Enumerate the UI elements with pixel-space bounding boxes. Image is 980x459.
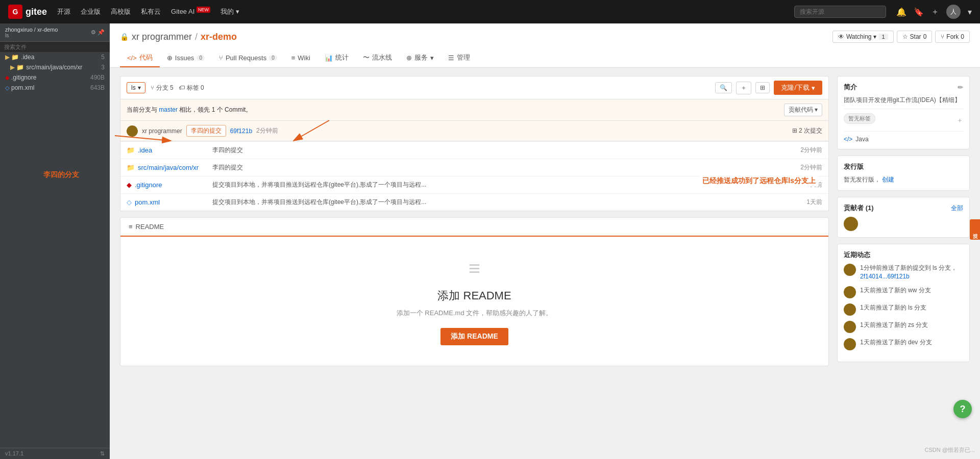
gitignore-icon: ◆: [5, 74, 9, 81]
add-tag-icon[interactable]: ＋: [957, 116, 963, 125]
plus-icon[interactable]: ＋: [931, 7, 939, 17]
file-time-gitignore: 1天前: [792, 181, 822, 189]
wiki-tab-icon: ≡: [291, 54, 296, 62]
create-release-link[interactable]: 创建: [882, 176, 894, 183]
activity-item-3: 1天前推送了新的 zs 分支: [844, 321, 963, 333]
user-dropdown-icon[interactable]: ▾: [968, 7, 972, 17]
ide-search-input[interactable]: [0, 42, 110, 52]
file-link-pomxml[interactable]: ◇ pom.xml: [127, 198, 208, 206]
activity-avatar-3: [844, 321, 856, 333]
activity-link-0[interactable]: 2f14014...69f121b: [860, 273, 910, 280]
readme-placeholder-icon: ≡: [131, 257, 818, 280]
file-commit-pomxml: 提交项目到本地，并将项目推送到远程仓库(gitee平台),形成了一个项目与远程.…: [212, 198, 788, 207]
add-file-button[interactable]: ＋: [736, 82, 751, 94]
tab-code[interactable]: </> 代码: [120, 49, 160, 67]
nav-link-opensource[interactable]: 开源: [57, 7, 70, 16]
bell-icon[interactable]: 🔔: [896, 7, 906, 17]
ide-file-pomxml-label: pom.xml: [11, 84, 34, 91]
file-row-src: 📁 src/main/java/com/xr 李四的提交 2分钟前: [120, 159, 828, 176]
release-section: 发行版 暂无发行版， 创建: [837, 156, 970, 191]
master-link[interactable]: master: [159, 106, 178, 113]
float-btn-feedback[interactable]: 反馈: [970, 219, 980, 240]
clone-download-button[interactable]: 克隆/下载 ▾: [774, 81, 822, 95]
user-avatar[interactable]: 人: [946, 5, 961, 19]
star-button[interactable]: ☆ Star 0: [897, 31, 933, 43]
ide-file-src[interactable]: ▶ 📁 src/main/java/com/xr 3: [0, 62, 110, 72]
nav-logo[interactable]: G gitee: [8, 5, 47, 19]
ide-settings-icon[interactable]: ⚙ 📌: [91, 29, 105, 36]
file-row-pomxml: ◇ pom.xml 提交项目到本地，并将项目推送到远程仓库(gitee平台),形…: [120, 193, 828, 211]
repo-tabs: </> 代码 ⊕ Issues 0 ⑂ Pull Requests 0 ≡ Wi…: [120, 49, 970, 67]
intro-section-header: 简介 ✏: [844, 83, 963, 92]
gitee-g-icon: G: [8, 5, 22, 19]
edit-intro-icon[interactable]: ✏: [958, 84, 963, 91]
tab-stats[interactable]: 📊 统计: [317, 49, 356, 67]
file-link-gitignore[interactable]: ◆ .gitignore: [127, 181, 208, 189]
activity-item-2: 1天前推送了新的 ls 分支: [844, 303, 963, 316]
nav-links: 开源 企业版 高校版 私有云 Gitee AI NEW 我的 ▾: [57, 7, 239, 16]
intro-text: 团队项目开发使用git工作流(IDEA)【精细】: [844, 96, 963, 105]
branch-bar-right: 🔍 ＋ ⊞ 克隆/下载 ▾: [715, 81, 822, 95]
ide-file-list: ▶ 📁 .idea 5 ▶ 📁 src/main/java/com/xr 3 ◆…: [0, 52, 110, 93]
activity-avatar-0: [844, 264, 856, 276]
tab-pipeline[interactable]: 〜 流水线: [356, 49, 399, 67]
nav-link-mine[interactable]: 我的 ▾: [220, 7, 239, 16]
contribute-code-button[interactable]: 贡献代码 ▾: [784, 104, 822, 116]
main-content: 🔒 xr programmer / xr-demo 👁 Watching ▾ 1…: [110, 23, 980, 459]
pr-badge: 0: [269, 55, 277, 61]
bookmark-icon[interactable]: 🔖: [914, 7, 924, 17]
ide-file-gitignore[interactable]: ◆ .gitignore 490B: [0, 72, 110, 83]
all-contributors-link[interactable]: 全部: [951, 204, 963, 213]
code-icon: </>: [844, 136, 852, 143]
fork-button[interactable]: ⑂ Fork 0: [935, 31, 970, 43]
branch-ahead-text: 当前分支与 master 相比，领先 1 个 Commit。: [127, 106, 252, 114]
file-row-idea: 📁 .idea 李四的提交 2分钟前: [120, 141, 828, 159]
pomxml-icon: ◇: [5, 85, 9, 91]
files-table: 📁 .idea 李四的提交 2分钟前 📁 src/main/java/com/x…: [120, 141, 829, 211]
tab-issues[interactable]: ⊕ Issues 0: [160, 49, 212, 67]
ide-file-idea-label: .idea: [21, 54, 34, 61]
tab-pull-requests[interactable]: ⑂ Pull Requests 0: [212, 49, 284, 67]
ide-branch-label: ls: [5, 33, 58, 38]
edit-button[interactable]: ⊞: [755, 82, 770, 93]
watch-button[interactable]: 👁 Watching ▾ 1: [832, 31, 894, 43]
add-readme-button[interactable]: 添加 README: [440, 328, 508, 345]
nav-link-giteei-ai[interactable]: Gitee AI NEW: [171, 7, 210, 16]
activity-text-2: 1天前推送了新的 ls 分支: [860, 303, 926, 312]
repo-owner: xr programmer: [132, 32, 192, 42]
file-link-src[interactable]: 📁 src/main/java/com/xr: [127, 164, 208, 171]
pipeline-tab-label: 流水线: [372, 53, 392, 62]
repo-title: 🔒 xr programmer / xr-demo: [120, 32, 237, 42]
ide-file-pomxml[interactable]: ◇ pom.xml 643B: [0, 83, 110, 93]
tab-wiki[interactable]: ≡ Wiki: [284, 49, 317, 67]
commit-message-box[interactable]: 李四的提交: [186, 125, 226, 137]
watch-dropdown-icon: ▾: [873, 33, 876, 40]
nav-search-input[interactable]: [794, 6, 886, 18]
release-section-header: 发行版: [844, 162, 963, 171]
nav-link-university[interactable]: 高校版: [111, 7, 131, 16]
tab-manage[interactable]: ☰ 管理: [441, 49, 477, 67]
intro-title: 简介: [844, 83, 857, 92]
nav-link-enterprise[interactable]: 企业版: [81, 7, 101, 16]
ide-file-pomxml-size: 643B: [90, 84, 105, 91]
folder-icon-src-table: 📁: [127, 164, 135, 171]
search-files-button[interactable]: 🔍: [715, 82, 732, 93]
branch-dropdown-icon: ▾: [138, 84, 141, 91]
contributor-avatar[interactable]: [844, 217, 858, 231]
file-link-idea[interactable]: 📁 .idea: [127, 146, 208, 154]
help-button[interactable]: ?: [953, 400, 972, 418]
tab-services[interactable]: ⊕ 服务 ▾: [399, 49, 441, 67]
ide-file-idea[interactable]: ▶ 📁 .idea 5: [0, 52, 110, 62]
ide-file-src-count: 3: [101, 64, 105, 71]
nav-link-private[interactable]: 私有云: [141, 7, 161, 16]
ide-footer-icon[interactable]: ⇅: [100, 450, 105, 457]
folder-icon-src: ▶ 📁: [10, 64, 24, 71]
file-commit-gitignore: 提交项目到本地，并将项目推送到远程仓库(gitee平台),形成了一个项目与远程.…: [212, 181, 788, 189]
ide-file-gitignore-size: 490B: [90, 74, 105, 81]
branch-icon: ⑂: [151, 84, 154, 91]
branch-selector-button[interactable]: ls ▾: [127, 82, 145, 93]
fork-icon: ⑂: [941, 33, 944, 40]
commit-time: 2分钟前: [256, 126, 278, 135]
tag-count: 🏷 标签 0: [179, 84, 204, 92]
commit-hash[interactable]: 69f121b: [230, 128, 252, 135]
